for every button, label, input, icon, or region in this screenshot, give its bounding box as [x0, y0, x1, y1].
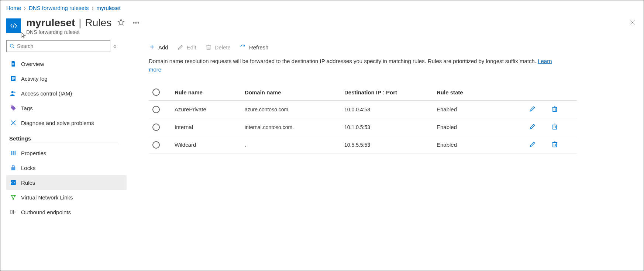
button-label: Delete [215, 44, 231, 51]
select-all-radio[interactable] [152, 88, 160, 96]
col-rule-name: Rule name [175, 89, 245, 95]
page-header: myruleset | Rules ••• DNS forwarding rul… [6, 14, 638, 37]
svg-marker-1 [118, 19, 124, 25]
svg-rect-37 [553, 125, 557, 129]
sidebar-item-outbound-endpoints[interactable]: Outbound endpoints [6, 205, 127, 219]
sidebar-item-diagnose[interactable]: Diagnose and solve problems [6, 115, 127, 130]
sidebar-item-rules[interactable]: Rules [6, 175, 127, 190]
cell-rule-name: Wildcard [175, 142, 245, 148]
collapse-sidebar-button[interactable]: « [113, 43, 116, 49]
add-button[interactable]: + Add [149, 44, 168, 51]
sidebar-item-locks[interactable]: Locks [6, 160, 127, 175]
trash-icon [551, 140, 558, 148]
col-rule-state: Rule state [437, 89, 529, 95]
sidebar-item-properties[interactable]: Properties [6, 146, 127, 160]
table-header: Rule name Domain name Destination IP : P… [149, 84, 577, 101]
lock-icon [10, 164, 17, 171]
svg-rect-10 [12, 78, 15, 79]
ellipsis-icon: ••• [133, 20, 140, 26]
rules-table: Rule name Domain name Destination IP : P… [149, 84, 577, 154]
description-text: Domain name resolution requests will be … [149, 57, 555, 74]
svg-rect-20 [11, 167, 16, 170]
breadcrumb-rulesets[interactable]: DNS forwarding rulesets [29, 5, 89, 11]
sidebar-search-input[interactable] [17, 43, 107, 49]
edit-button[interactable]: Edit [177, 44, 196, 51]
sidebar-item-label: Outbound endpoints [21, 209, 71, 215]
breadcrumb-current: myruleset [97, 5, 121, 11]
svg-line-0 [13, 23, 14, 28]
close-blade-button[interactable] [627, 17, 638, 30]
people-icon [10, 90, 17, 97]
document-icon [10, 60, 17, 67]
sidebar-item-activity-log[interactable]: Activity log [6, 71, 127, 86]
cell-destination: 10.1.0.5:53 [344, 124, 437, 130]
refresh-button[interactable]: Refresh [240, 44, 269, 51]
breadcrumb: Home › DNS forwarding rulesets › myrules… [6, 3, 638, 14]
button-label: Add [158, 44, 168, 51]
favorite-button[interactable] [115, 16, 127, 29]
sidebar-item-label: Rules [21, 180, 35, 186]
sidebar-item-overview[interactable]: Overview [6, 56, 127, 71]
pencil-icon [177, 44, 184, 51]
sidebar-item-label: Virtual Network Links [21, 194, 73, 201]
trash-icon [551, 105, 558, 112]
svg-rect-18 [13, 151, 14, 155]
trash-icon [551, 123, 558, 130]
svg-point-12 [11, 91, 14, 93]
properties-icon [10, 150, 17, 156]
cell-domain: azure.contoso.com. [245, 107, 344, 112]
pencil-icon [529, 105, 536, 112]
button-label: Refresh [249, 44, 269, 51]
star-icon [117, 18, 125, 26]
row-delete-button[interactable] [551, 123, 558, 130]
wrench-icon [10, 119, 17, 126]
row-select-radio[interactable] [152, 141, 160, 149]
svg-rect-32 [553, 107, 557, 112]
row-edit-button[interactable] [529, 105, 536, 112]
button-label: Edit [187, 44, 196, 51]
svg-point-14 [11, 106, 12, 107]
table-row[interactable]: Wildcard . 10.5.5.5:53 Enabled [149, 136, 577, 154]
page-title-section: Rules [85, 17, 112, 29]
resource-icon [6, 18, 21, 33]
trash-icon [205, 44, 212, 51]
svg-point-4 [10, 44, 13, 47]
cell-state: Enabled [437, 106, 529, 112]
svg-rect-42 [553, 143, 557, 147]
row-edit-button[interactable] [529, 140, 536, 148]
main-content: + Add Edit Delete Refresh Domain name re… [127, 37, 638, 271]
breadcrumb-home[interactable]: Home [6, 5, 21, 11]
row-delete-button[interactable] [551, 105, 558, 112]
toolbar: + Add Edit Delete Refresh [149, 44, 638, 57]
search-icon [10, 44, 15, 49]
table-row[interactable]: Internal internal.contoso.com. 10.1.0.5:… [149, 118, 577, 136]
delete-button[interactable]: Delete [205, 44, 231, 51]
chevron-right-icon: › [24, 5, 26, 11]
sidebar-item-vnet-links[interactable]: Virtual Network Links [6, 190, 127, 205]
col-destination: Destination IP : Port [344, 89, 437, 95]
more-button[interactable]: ••• [131, 18, 142, 28]
svg-rect-7 [12, 64, 14, 65]
sidebar-search[interactable] [6, 40, 110, 52]
cell-domain: . [245, 142, 344, 148]
sidebar-item-label: Activity log [21, 76, 48, 82]
close-icon [629, 19, 636, 26]
code-icon [10, 179, 17, 186]
table-row[interactable]: AzurePrivate azure.contoso.com. 10.0.0.4… [149, 101, 577, 118]
sidebar-item-label: Diagnose and solve problems [21, 120, 94, 126]
resource-subtype: DNS forwarding ruleset [26, 29, 142, 35]
cell-destination: 10.0.0.4:53 [344, 107, 437, 112]
row-edit-button[interactable] [529, 123, 536, 130]
row-select-radio[interactable] [152, 106, 160, 113]
svg-rect-6 [12, 63, 14, 64]
page-title-resource: myruleset [26, 17, 75, 29]
sidebar-item-label: Overview [21, 61, 44, 67]
sidebar-item-access-control[interactable]: Access control (IAM) [6, 86, 127, 101]
svg-rect-19 [15, 151, 16, 155]
row-delete-button[interactable] [551, 140, 558, 148]
sidebar-item-tags[interactable]: Tags [6, 101, 127, 115]
sidebar-section-settings: Settings [8, 130, 118, 144]
sidebar-item-label: Properties [21, 150, 46, 156]
row-select-radio[interactable] [152, 124, 160, 131]
log-icon [10, 75, 17, 82]
